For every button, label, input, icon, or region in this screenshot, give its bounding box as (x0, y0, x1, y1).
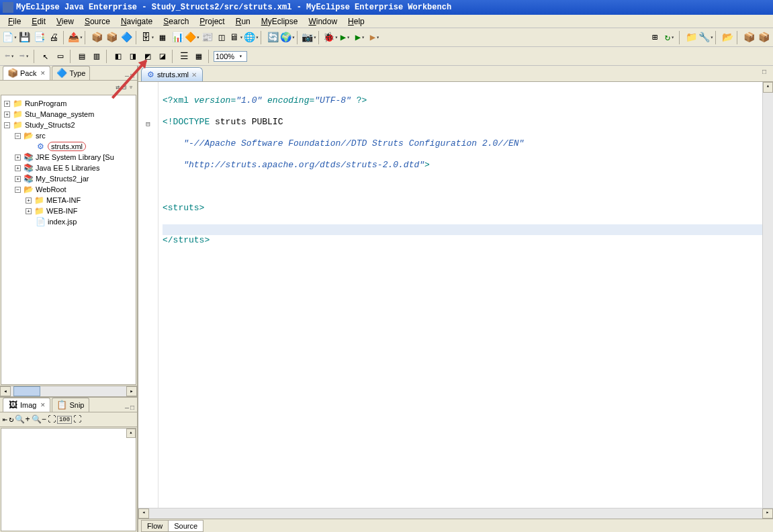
icon-f[interactable]: ◪ (156, 50, 169, 63)
run-last-button[interactable]: ▶ (368, 31, 381, 44)
perspective-icon[interactable]: ⊞ (648, 31, 662, 44)
close-icon[interactable]: ✕ (40, 70, 46, 77)
box2-icon[interactable]: 📦 (757, 31, 770, 44)
folder2-icon[interactable]: 📂 (721, 31, 734, 44)
expand-icon[interactable]: + (15, 176, 21, 182)
menu-view[interactable]: View (51, 15, 79, 28)
expand-icon[interactable]: − (15, 133, 21, 139)
tab-package-explorer[interactable]: 📦 Pack ✕ (3, 66, 50, 80)
pkg2-icon[interactable]: 📦 (105, 31, 118, 44)
wand-icon[interactable]: 🔧 (699, 31, 713, 44)
expand-icon[interactable]: + (26, 208, 32, 214)
menu-window[interactable]: Window (303, 15, 343, 28)
world-icon[interactable]: 🌍 (281, 31, 294, 44)
tree-item[interactable]: −📁Study_Structs2 (1, 120, 136, 130)
pkg3-icon[interactable]: 🔷 (120, 31, 133, 44)
expand-icon[interactable]: − (4, 122, 10, 128)
scroll-up-icon[interactable]: ▴ (126, 429, 136, 438)
expand-icon[interactable]: − (15, 187, 21, 193)
maximize-icon[interactable]: □ (762, 69, 766, 76)
minimize-icon[interactable]: — (125, 73, 129, 80)
menu-dropdown-icon[interactable]: ▿ (129, 83, 133, 91)
actual-size-icon[interactable]: 100 (57, 416, 72, 424)
expand-icon[interactable]: + (15, 154, 21, 161)
link-icon[interactable]: ⊟ (122, 83, 126, 91)
expand-icon[interactable]: + (26, 197, 32, 204)
scroll-right-icon[interactable]: ▸ (126, 386, 137, 396)
icon-d[interactable]: ◨ (126, 50, 140, 63)
menu-project[interactable]: Project (194, 15, 230, 28)
pkg1-icon[interactable]: 📦 (90, 31, 103, 44)
db-icon[interactable]: 🗄 (141, 31, 154, 44)
struts-icon[interactable]: 🔶 (185, 31, 199, 44)
tree-item[interactable]: +📁Stu_Manage_system (1, 109, 136, 120)
save-button[interactable]: 💾 (17, 31, 31, 44)
deploy-button[interactable]: 📤 (69, 31, 82, 44)
icon-c[interactable]: ◧ (111, 50, 125, 63)
run-button[interactable]: ▶ (338, 31, 352, 44)
tab-flow[interactable]: Flow (141, 520, 169, 532)
back-button[interactable]: ⬅ (3, 50, 16, 63)
box1-icon[interactable]: 📦 (742, 31, 756, 44)
tree-item[interactable]: −📂src (1, 130, 136, 141)
horizontal-scrollbar[interactable]: ◂ ▸ (0, 386, 137, 396)
vertical-scrollbar[interactable]: ▴ (762, 82, 773, 508)
debug-button[interactable]: 🐞 (324, 31, 337, 44)
grid-icon[interactable]: ▦ (156, 31, 169, 44)
home-icon[interactable]: ⇤ (3, 414, 7, 425)
menu-file[interactable]: File (3, 15, 26, 28)
minimize-icon[interactable]: — (125, 404, 129, 412)
cursor-icon[interactable]: ↖ (39, 50, 52, 63)
close-icon[interactable]: ✕ (40, 402, 46, 408)
editor-h-scrollbar[interactable]: ◂ ▸ (138, 508, 773, 519)
icon-e[interactable]: ◩ (141, 50, 154, 63)
tree-item[interactable]: +📚My_Structs2_jar (1, 173, 136, 184)
menu-run[interactable]: Run (230, 15, 256, 28)
expand-icon[interactable]: + (15, 165, 21, 171)
squares-icon[interactable]: ◫ (215, 31, 228, 44)
icon-b[interactable]: ▥ (90, 50, 103, 63)
scroll-thumb[interactable] (13, 386, 40, 396)
new-button[interactable]: 📄 (3, 31, 16, 44)
menu-myeclipse[interactable]: MyEclipse (256, 15, 304, 28)
menu-navigate[interactable]: Navigate (116, 15, 158, 28)
close-icon[interactable]: ✕ (191, 71, 197, 79)
fold-icon[interactable]: ⊟ (138, 120, 158, 128)
tab-snippets[interactable]: 📋 Snip (52, 398, 89, 412)
code-content[interactable]: <?xml version="1.0" encoding="UTF-8" ?> … (158, 82, 773, 508)
tree-item[interactable]: +📚JRE System Library [Su (1, 152, 136, 163)
icon-g[interactable]: ☰ (177, 50, 191, 63)
refresh-icon[interactable]: 🔄 (266, 31, 279, 44)
tree-item[interactable]: +📁RunProgram (1, 98, 136, 109)
expand-icon[interactable]: + (4, 112, 10, 118)
expand-icon[interactable]: + (4, 101, 10, 107)
scroll-up-icon[interactable]: ▴ (763, 82, 773, 93)
collapse-icon[interactable]: ⇄ (116, 83, 120, 91)
icon-h[interactable]: ▦ (192, 50, 206, 63)
code-editor[interactable]: ⊟ <?xml version="1.0" encoding="UTF-8" ?… (138, 82, 773, 508)
editor-tab-struts[interactable]: ⚙ struts.xml ✕ (141, 67, 203, 81)
scroll-right-icon[interactable]: ▸ (762, 508, 773, 519)
maximize-icon[interactable]: □ (130, 404, 134, 412)
tree-item[interactable]: +📁WEB-INF (1, 206, 136, 216)
zoom-fit-icon[interactable]: ⛶ (48, 414, 56, 425)
tab-source[interactable]: Source (168, 520, 203, 532)
tree-item[interactable]: ⚙struts.xml (1, 141, 136, 152)
tree-item[interactable]: +📁META-INF (1, 195, 136, 206)
rect-icon[interactable]: ▭ (54, 50, 67, 63)
print-button[interactable]: 🖨 (47, 31, 60, 44)
fullscreen-icon[interactable]: ⛶ (73, 414, 81, 425)
tree-item[interactable]: +📚Java EE 5 Libraries (1, 163, 136, 173)
camera-icon[interactable]: 📷 (302, 31, 316, 44)
menu-edit[interactable]: Edit (26, 15, 51, 28)
forward-button[interactable]: ➡ (17, 50, 31, 63)
tab-image[interactable]: 🖼 Imag ✕ (3, 398, 50, 412)
tab-type-hierarchy[interactable]: 🔷 Type (52, 66, 90, 80)
folder1-icon[interactable]: 📁 (684, 31, 698, 44)
tree-item[interactable]: 📄index.jsp (1, 216, 136, 227)
package-tree[interactable]: +📁RunProgram+📁Stu_Manage_system−📁Study_S… (1, 95, 136, 385)
earth-icon[interactable]: 🌐 (244, 31, 258, 44)
icon-a[interactable]: ▤ (75, 50, 89, 63)
menu-source[interactable]: Source (79, 15, 116, 28)
menu-search[interactable]: Search (158, 15, 194, 28)
